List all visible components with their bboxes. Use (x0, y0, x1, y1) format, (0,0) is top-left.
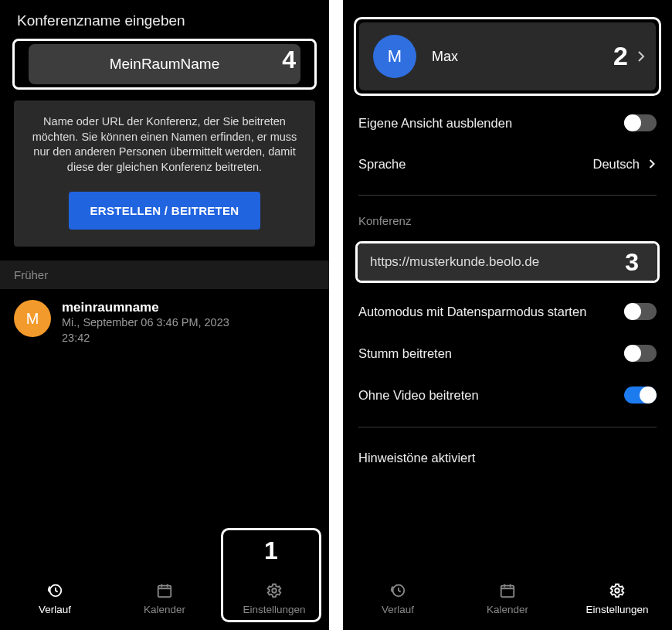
room-name-input[interactable]: MeinRaumName (29, 44, 300, 84)
profile-name: Max (432, 49, 458, 65)
nav-settings[interactable]: Einstellungen (562, 582, 672, 615)
phone-history-screen: Konferenzname eingeben MeinRaumName 4 Na… (0, 0, 329, 630)
nav-settings[interactable]: Einstellungen (219, 582, 329, 615)
setting-label: Automodus mit Datensparmodus starten (358, 305, 586, 319)
divider (358, 427, 657, 427)
toggle[interactable] (624, 303, 657, 320)
nav-label: Verlauf (382, 604, 414, 615)
room-input-callout: MeinRaumName 4 (12, 39, 317, 90)
nav-label: Einstellungen (243, 604, 305, 615)
server-url-input[interactable]: https://musterkunde.beolo.de (358, 243, 657, 281)
bottom-nav: Verlauf Kalender Einstellungen (343, 567, 672, 630)
setting-label: Eigene Ansicht ausblenden (358, 116, 512, 131)
toggle[interactable] (624, 387, 657, 404)
callout-number: 3 (625, 248, 639, 277)
info-text: Name oder URL der Konferenz, der Sie bei… (28, 114, 301, 175)
gear-icon (266, 582, 283, 599)
history-item-name: meinraumname (62, 300, 229, 315)
setting-label: Stumm beitreten (358, 346, 452, 361)
room-name-value: MeinRaumName (110, 56, 220, 73)
info-card: Name oder URL der Konferenz, der Sie bei… (14, 100, 315, 247)
create-join-button[interactable]: ERSTELLEN / BEITRETEN (69, 192, 261, 230)
nav-label: Einstellungen (585, 604, 648, 615)
phone-settings-screen: M Max 2 Eigene Ansicht ausblenden Sprach… (343, 0, 672, 630)
server-url-callout: https://musterkunde.beolo.de 3 (355, 241, 660, 283)
chevron-right-icon (636, 47, 647, 66)
nav-label: Kalender (144, 604, 185, 615)
profile-callout: M Max 2 (354, 17, 661, 96)
nav-label: Kalender (487, 604, 528, 615)
nav-history[interactable]: Verlauf (0, 582, 110, 615)
setting-label: Sprache (358, 157, 406, 172)
history-icon (389, 582, 406, 599)
callout-number: 2 (613, 41, 628, 71)
avatar: M (14, 300, 51, 337)
calendar-icon (499, 582, 516, 599)
nav-calendar[interactable]: Kalender (110, 582, 219, 615)
nav-calendar[interactable]: Kalender (453, 582, 562, 615)
svg-rect-4 (501, 585, 514, 597)
setting-hide-self[interactable]: Eigene Ansicht ausblenden (343, 102, 672, 144)
calendar-icon (156, 582, 173, 599)
history-icon (46, 582, 63, 599)
setting-label: Ohne Video beitreten (358, 388, 479, 403)
history-item[interactable]: M meinraumname Mi., September 06 3:46 PM… (0, 289, 329, 356)
setting-tones[interactable]: Hinweistöne aktiviert (343, 438, 672, 468)
setting-mute[interactable]: Stumm beitreten (343, 332, 672, 374)
setting-label: Hinweistöne aktiviert (358, 451, 475, 465)
setting-automode[interactable]: Automodus mit Datensparmodus starten (343, 291, 672, 332)
history-item-date: Mi., September 06 3:46 PM, 2023 (62, 315, 229, 331)
setting-language[interactable]: Sprache Deutsch (343, 144, 672, 184)
server-url-value: https://musterkunde.beolo.de (370, 254, 539, 270)
bottom-nav: Verlauf Kalender Einstellungen (0, 567, 329, 630)
toggle[interactable] (624, 345, 657, 362)
chevron-right-icon (647, 156, 657, 172)
history-item-duration: 23:42 (62, 331, 229, 346)
svg-point-5 (615, 588, 619, 593)
nav-label: Verlauf (39, 604, 71, 615)
conference-section-label: Konferenz (343, 206, 672, 230)
toggle[interactable] (624, 114, 657, 131)
page-title: Konferenzname eingeben (0, 0, 329, 39)
callout-number: 4 (282, 46, 296, 74)
avatar: M (373, 35, 416, 78)
profile-row[interactable]: M Max 2 (359, 22, 656, 90)
setting-novideo[interactable]: Ohne Video beitreten (343, 374, 672, 416)
language-value: Deutsch (592, 157, 640, 172)
nav-history[interactable]: Verlauf (343, 582, 453, 615)
svg-point-2 (272, 588, 277, 593)
earlier-section-header: Früher (0, 261, 329, 289)
gear-icon (609, 582, 626, 599)
divider (358, 195, 657, 196)
svg-rect-1 (158, 585, 171, 597)
